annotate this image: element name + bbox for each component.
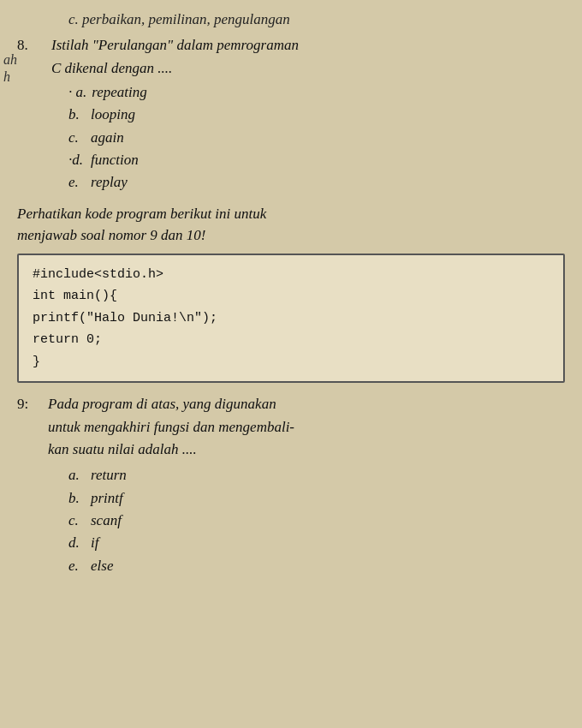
code-line-3: printf("Halo Dunia!\n"); [33,307,549,330]
list-item: ·d. function [68,149,565,171]
list-item: b. looping [68,104,565,126]
question-8-text-line1: Istilah "Perulangan" dalam pemrograman [51,37,299,53]
code-block: #include<stdio.h> int main(){ printf("Ha… [17,254,565,384]
q9-option-letter-e: e. [68,555,86,577]
question-9-text-line2: untuk mengakhiri fungsi dan mengemba­li- [48,419,294,435]
question-9-block: 9: Pada program di atas, yang digunakan … [17,393,565,577]
question-9-options: a. return b. printf c. scanf d. if e. el… [17,464,565,577]
list-item: d. if [68,532,565,554]
code-line-1: #include<stdio.h> [33,264,549,286]
list-item: b. printf [68,487,565,510]
code-line-5: } [33,351,549,373]
q9-option-letter-a: a. [68,464,86,486]
list-item: e. else [68,555,565,577]
option-text-e: replay [91,171,128,194]
side-label-h: h [3,67,10,88]
q9-option-text-b: printf [91,487,123,510]
option-letter-e: e. [68,171,86,194]
question-9-header: 9: Pada program di atas, yang digunakan … [17,393,565,461]
question-8-block: 8. Istilah "Perulangan" dalam pemrograma… [17,34,565,194]
list-item: a. return [68,464,565,486]
option-letter-d: ·d. [68,149,86,171]
question-8-header: 8. Istilah "Perulangan" dalam pemrograma… [17,34,565,80]
question-8-options: · a. repeating b. looping c. again ·d. f… [17,81,565,194]
q9-option-text-a: return [91,464,127,486]
question-8-text: Istilah "Perulangan" dalam pemrograman C… [51,34,299,80]
q9-option-letter-b: b. [68,487,86,510]
q9-option-text-d: if [91,532,98,554]
list-item: · a. repeating [68,81,565,104]
notice-block: Perhatikan kode program berikut ini untu… [17,203,565,247]
question-9-text: Pada program di atas, yang digunakan unt… [48,393,294,461]
q9-option-text-c: scanf [91,510,122,532]
option-text-c: again [91,127,124,149]
q9-option-letter-d: d. [68,532,86,554]
list-item: c. again [68,127,565,149]
question-9-number: 9: [17,393,41,461]
question-9-text-line1: Pada program di atas, yang digunakan [48,396,276,412]
code-line-2: int main(){ [33,285,549,307]
option-letter-b: b. [68,104,86,126]
notice-line1: Perhatikan kode program berikut ini untu… [17,206,266,222]
notice-line2: menjawab soal nomor 9 dan 10! [17,227,206,243]
q9-option-text-e: else [91,555,113,577]
option-text-d: function [91,149,139,171]
question-8-text-line2: C dikenal dengan .... [51,60,172,76]
top-partial-line: c. perbaikan, pemilinan, pengulangan [17,9,565,31]
question-8-number: 8. [17,34,43,80]
option-bullet-a: · a. [68,81,86,104]
option-letter-c: c. [68,127,86,149]
code-line-4: return 0; [33,329,549,351]
question-9-text-line3: kan suatu nilai adalah .... [48,441,197,457]
list-item: c. scanf [68,510,565,532]
q9-option-letter-c: c. [68,510,86,532]
list-item: e. replay [68,171,565,194]
option-text-a: repeating [92,81,147,104]
option-text-b: looping [91,104,135,126]
